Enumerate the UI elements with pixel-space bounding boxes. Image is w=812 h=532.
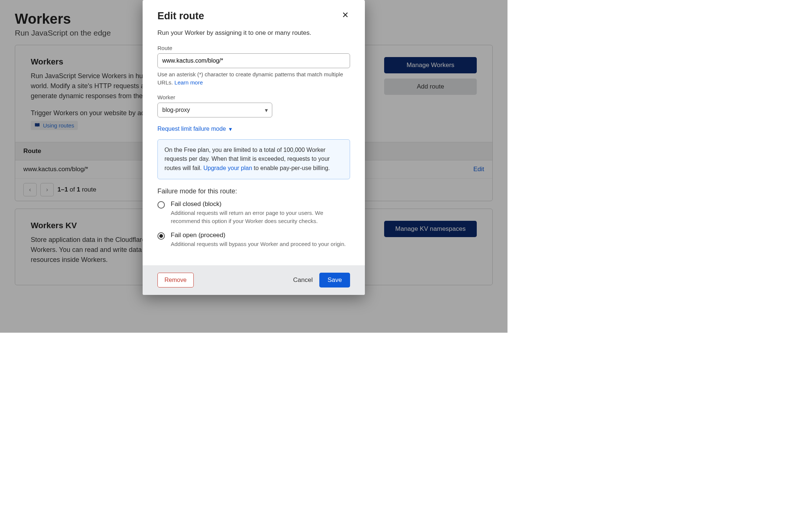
fail-closed-radio[interactable] (157, 201, 165, 209)
fail-open-label: Fail open (proceed) (171, 232, 346, 239)
plan-info-box: On the Free plan, you are limited to a t… (157, 139, 350, 179)
worker-label: Worker (157, 94, 350, 100)
modal-title: Edit route (157, 10, 204, 22)
fail-open-radio[interactable] (157, 232, 165, 240)
save-button[interactable]: Save (319, 273, 350, 287)
upgrade-plan-link[interactable]: Upgrade your plan (203, 165, 252, 171)
route-label: Route (157, 45, 350, 51)
fail-open-help: Additional requests will bypass your Wor… (171, 240, 346, 248)
request-limit-disclosure[interactable]: Request limit failure mode ▾ (157, 126, 232, 133)
route-help: Use an asterisk (*) character to create … (157, 70, 350, 87)
modal-footer: Remove Cancel Save (143, 265, 365, 295)
remove-button[interactable]: Remove (157, 273, 194, 287)
failure-mode-question: Failure mode for this route: (157, 187, 350, 195)
route-input[interactable] (157, 53, 350, 68)
close-icon[interactable]: ✕ (340, 10, 350, 20)
caret-down-icon: ▾ (229, 126, 232, 133)
learn-more-link[interactable]: Learn more (174, 79, 203, 86)
cancel-button[interactable]: Cancel (293, 276, 313, 284)
fail-closed-help: Additional requests will return an error… (171, 209, 350, 225)
edit-route-modal: Edit route ✕ Run your Worker by assignin… (143, 0, 365, 295)
modal-desc: Run your Worker by assigning it to one o… (157, 29, 350, 37)
modal-overlay: Edit route ✕ Run your Worker by assignin… (0, 0, 508, 333)
fail-closed-label: Fail closed (block) (171, 200, 350, 208)
worker-select[interactable]: blog-proxy (157, 103, 272, 117)
